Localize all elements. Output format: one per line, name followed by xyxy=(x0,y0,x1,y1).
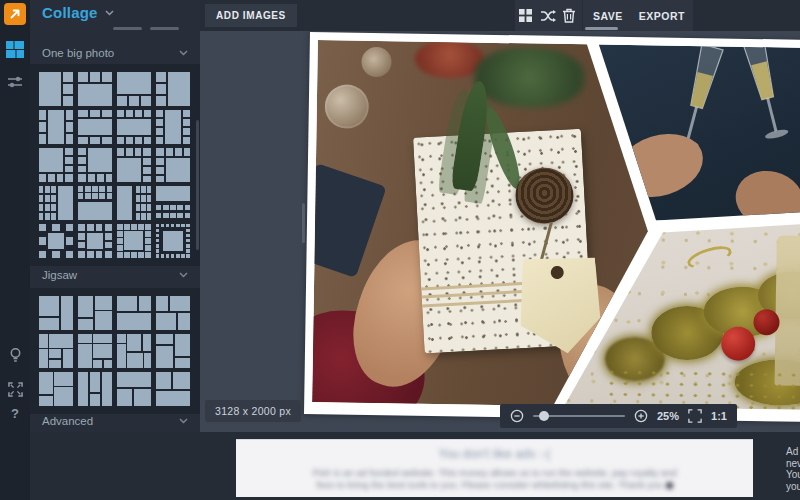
section-header-jigsaw[interactable]: Jigsaw xyxy=(30,266,200,284)
chevron-down-icon xyxy=(179,50,188,56)
layout-template-thumb[interactable] xyxy=(39,186,73,220)
top-toolbar: ADD IMAGES xyxy=(200,0,800,31)
layout-template-thumb[interactable] xyxy=(39,224,73,258)
zoom-in-icon[interactable] xyxy=(634,409,648,423)
page-title: Collage xyxy=(42,4,98,21)
layout-template-thumb[interactable] xyxy=(117,296,151,330)
right-hand xyxy=(730,164,800,229)
template-grid-one-big-photo xyxy=(30,64,200,266)
adblock-body-line-text: fees to bring the best tools to you. Ple… xyxy=(316,479,662,490)
canvas-size-badge: 3128 x 2000 px xyxy=(205,400,301,422)
layout-template-thumb[interactable] xyxy=(117,334,151,368)
adblock-message-text: You don't like ads :-( Pixlr is an ad fu… xyxy=(236,440,753,491)
export-button[interactable]: EXPORT xyxy=(631,0,693,31)
tag-hole xyxy=(550,265,565,280)
layout-template-thumb[interactable] xyxy=(78,296,112,330)
layout-template-thumb[interactable] xyxy=(156,72,190,106)
section-header-one-big-photo[interactable]: One big photo xyxy=(30,44,200,62)
arrow-up-right-icon xyxy=(8,7,22,21)
layout-template-thumb[interactable] xyxy=(78,224,112,258)
chevron-down-icon xyxy=(179,272,188,278)
trash-icon xyxy=(562,8,576,23)
layout-grid-button[interactable] xyxy=(515,0,537,31)
fit-screen-icon[interactable] xyxy=(688,409,702,423)
layout-template-thumb[interactable] xyxy=(39,334,73,368)
adblock-body-line: Pixlr is an ad funded website. This mone… xyxy=(236,467,753,479)
layout-template-thumb[interactable] xyxy=(117,110,151,144)
bottom-strip: You don't like ads :-( Pixlr is an ad fu… xyxy=(30,432,800,500)
help-icon[interactable]: ? xyxy=(6,404,24,422)
layout-template-thumb[interactable] xyxy=(78,186,112,220)
add-images-button[interactable]: ADD IMAGES xyxy=(205,4,297,27)
zoom-toolbar: 25% 1:1 xyxy=(500,404,737,428)
canvas-area[interactable]: 3128 x 2000 px 25% 1:1 xyxy=(200,31,800,432)
layout-template-thumb[interactable] xyxy=(78,372,112,406)
sliders-icon xyxy=(7,74,23,90)
zoom-out-icon[interactable] xyxy=(510,409,524,423)
layout-template-thumb[interactable] xyxy=(39,72,73,106)
layout-template-thumb[interactable] xyxy=(117,72,151,106)
divider-dash xyxy=(113,27,142,30)
fir-branch xyxy=(474,47,585,109)
expand-arrows-icon xyxy=(8,382,23,397)
layout-template-thumb[interactable] xyxy=(39,148,73,182)
adjustments-icon[interactable] xyxy=(6,73,24,91)
chevron-down-icon xyxy=(105,10,114,16)
template-grid-jigsaw xyxy=(30,288,200,414)
tool-title[interactable]: Collage xyxy=(42,4,114,21)
adblock-message-panel: You don't like ads :-( Pixlr is an ad fu… xyxy=(236,440,753,497)
layout-template-thumb[interactable] xyxy=(156,224,190,258)
clipped-side-text: Ad nev You you xyxy=(786,446,800,492)
layout-template-thumb[interactable] xyxy=(78,148,112,182)
pinecone-ornament xyxy=(324,84,369,129)
layout-template-thumb[interactable] xyxy=(117,148,151,182)
layout-template-thumb[interactable] xyxy=(156,148,190,182)
section-header-advanced[interactable]: Advanced xyxy=(30,412,200,430)
layout-template-thumb[interactable] xyxy=(78,110,112,144)
question-mark-glyph: ? xyxy=(11,406,19,421)
layout-template-thumb[interactable] xyxy=(39,296,73,330)
layout-template-thumb[interactable] xyxy=(156,372,190,406)
collage-tool-icon[interactable] xyxy=(6,41,24,59)
panel-resize-handle[interactable] xyxy=(302,203,305,243)
layout-template-thumb[interactable] xyxy=(117,186,151,220)
adblock-heading: You don't like ads :-( xyxy=(236,447,753,461)
fullscreen-icon[interactable] xyxy=(6,380,24,398)
grid-icon xyxy=(519,9,532,22)
clipped-text-line: You xyxy=(786,469,800,481)
layout-template-thumb[interactable] xyxy=(156,334,190,368)
collage-frame[interactable] xyxy=(304,32,800,422)
collage-editor-app: ? Collage One big photo Jigsaw Adv xyxy=(0,0,800,500)
divider-dash xyxy=(150,27,179,30)
collage-grid-icon xyxy=(6,41,24,59)
layout-template-thumb[interactable] xyxy=(156,296,190,330)
layout-template-thumb[interactable] xyxy=(156,186,190,220)
champagne-glass xyxy=(775,235,800,385)
toolbar-scroll-indicator xyxy=(585,27,618,30)
layout-template-thumb[interactable] xyxy=(117,372,151,406)
sidebar-scrollbar[interactable] xyxy=(196,120,199,250)
left-rail: ? xyxy=(0,0,30,500)
layout-template-thumb[interactable] xyxy=(156,110,190,144)
actual-size-button[interactable]: 1:1 xyxy=(711,410,727,422)
layout-template-thumb[interactable] xyxy=(117,224,151,258)
chevron-down-icon xyxy=(179,418,188,424)
clipped-text-line: you xyxy=(786,481,800,493)
layout-template-thumb[interactable] xyxy=(39,372,73,406)
delete-button[interactable] xyxy=(558,0,580,31)
shuffle-icon xyxy=(540,9,556,23)
layout-template-thumb[interactable] xyxy=(78,334,112,368)
layout-template-thumb[interactable] xyxy=(39,110,73,144)
zoom-slider[interactable] xyxy=(533,415,625,417)
lightbulb-icon xyxy=(8,347,23,363)
section-label: One big photo xyxy=(42,47,114,59)
zoom-slider-handle[interactable] xyxy=(539,411,549,421)
layout-template-thumb[interactable] xyxy=(78,72,112,106)
sidebar: Collage One big photo Jigsaw Advanced xyxy=(30,0,200,432)
toolbar-divider xyxy=(582,0,583,31)
shuffle-button[interactable] xyxy=(537,0,559,31)
app-logo[interactable] xyxy=(4,3,26,25)
pinecone-ornament xyxy=(361,47,391,77)
suggestion-lightbulb-icon[interactable] xyxy=(6,346,24,364)
emoji-glyph xyxy=(666,482,673,489)
